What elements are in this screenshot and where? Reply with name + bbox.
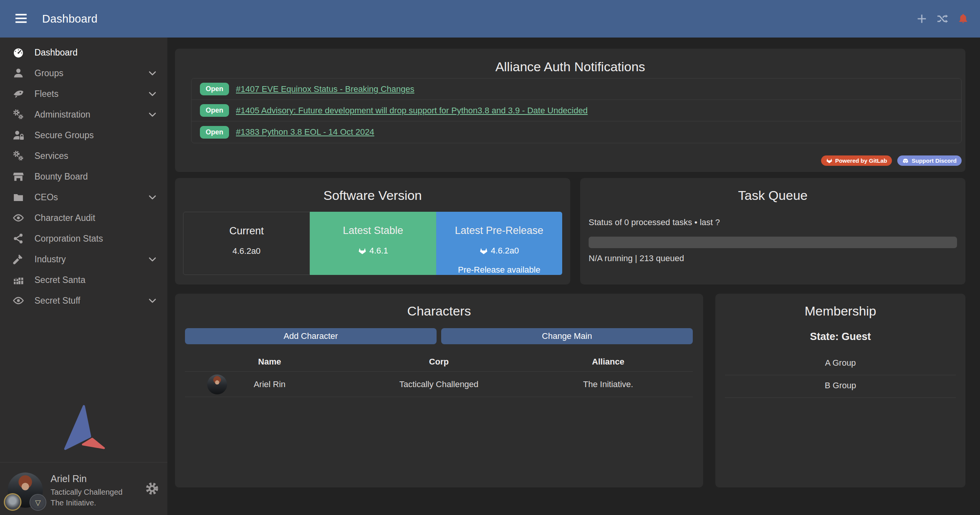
chevron-down-icon <box>147 89 157 99</box>
shuffle-icon[interactable] <box>936 13 949 25</box>
alliance-logo-badge: ▽ <box>29 494 46 511</box>
chevron-down-icon <box>147 254 157 264</box>
page-title: Dashboard <box>42 13 98 25</box>
user-alliance: The Initiative. <box>51 497 123 508</box>
prerelease-note: Pre-Release available <box>436 265 562 275</box>
folder-icon <box>11 191 25 203</box>
alliance-auth-logo <box>0 403 167 452</box>
sidebar-item-label: Administration <box>34 110 90 120</box>
gitlab-icon <box>358 247 366 255</box>
add-character-button[interactable]: Add Character <box>185 328 437 344</box>
notifications-bell-icon[interactable] <box>957 13 969 25</box>
notification-link[interactable]: #1383 Python 3.8 EOL - 14 Oct 2024 <box>236 127 374 137</box>
characters-table: Name Corp Alliance Ariel Rin Tactically … <box>185 352 693 397</box>
current-version-box: Current 4.6.2a0 <box>183 212 310 275</box>
notifications-title: Alliance Auth Notifications <box>175 59 965 74</box>
character-portrait <box>207 374 227 394</box>
characters-title: Characters <box>175 304 703 319</box>
latest-prerelease-label: Latest Pre-Release <box>436 225 562 237</box>
column-header-name: Name <box>185 357 354 367</box>
discord-badge-label: Support Discord <box>911 157 957 164</box>
table-row: Ariel Rin Tactically Challenged The Init… <box>185 372 693 397</box>
task-status-line: Status of 0 processed tasks • last ? <box>589 217 957 227</box>
gauge-icon <box>11 47 25 58</box>
gitlab-icon <box>479 247 488 255</box>
group-item: A Group <box>725 353 956 375</box>
user-icon <box>11 67 25 79</box>
characters-table-header: Name Corp Alliance <box>185 352 693 372</box>
sidebar-item-secure-groups[interactable]: Secure Groups <box>0 125 167 146</box>
add-icon[interactable] <box>916 13 928 25</box>
notification-link[interactable]: #1405 Advisory: Future development will … <box>236 106 587 116</box>
gears-icon <box>11 150 25 162</box>
discord-badge[interactable]: Support Discord <box>897 155 962 166</box>
sidebar-item-groups[interactable]: Groups <box>0 63 167 83</box>
task-queue-title: Task Queue <box>589 188 957 203</box>
status-badge: Open <box>200 126 229 139</box>
character-alliance: The Initiative. <box>524 379 693 389</box>
membership-state: State: Guest <box>725 331 956 343</box>
status-badge: Open <box>200 104 229 117</box>
sidebar-item-dashboard[interactable]: Dashboard <box>0 42 167 63</box>
latest-prerelease-box: Latest Pre-Release 4.6.2a0 Pre-Release a… <box>436 212 562 275</box>
sidebar-item-ceos[interactable]: CEOs <box>0 187 167 208</box>
discord-icon <box>902 157 909 164</box>
hamburger-icon <box>14 12 28 25</box>
task-progress-bar <box>589 237 957 248</box>
sidebar-item-character-audit[interactable]: Character Audit <box>0 208 167 228</box>
current-version-number: 4.6.2a0 <box>232 246 260 256</box>
sidebar-item-label: Bounty Board <box>34 172 88 182</box>
chevron-down-icon <box>147 192 157 202</box>
sidebar-item-label: Groups <box>34 68 63 78</box>
sidebar-item-secret-santa[interactable]: Secret Santa <box>0 270 167 290</box>
membership-panel: Membership State: Guest A Group B Group <box>715 294 965 487</box>
notifications-list: Open #1407 EVE Equinox Status - Breaking… <box>191 78 962 143</box>
menu-toggle-button[interactable] <box>14 12 28 26</box>
sidebar-item-label: Secure Groups <box>34 130 94 141</box>
sidebar-item-label: Secret Stuff <box>34 296 80 306</box>
latest-prerelease-version: 4.6.2a0 <box>491 246 519 256</box>
sidebar-item-corporation-stats[interactable]: Corporation Stats <box>0 228 167 249</box>
sidebar-item-services[interactable]: Services <box>0 146 167 166</box>
corp-logo-badge <box>4 493 21 511</box>
sidebar-item-label: Character Audit <box>34 213 95 223</box>
current-version-label: Current <box>183 225 309 237</box>
character-corp: Tactically Challenged <box>354 379 524 389</box>
top-navbar: Dashboard <box>0 0 980 38</box>
user-lock-icon <box>11 129 25 141</box>
group-item: B Group <box>725 375 956 398</box>
task-queue-line: N/A running | 213 queued <box>589 253 957 263</box>
column-header-corp: Corp <box>354 357 524 367</box>
characters-panel: Characters Add Character Change Main Nam… <box>175 294 703 487</box>
store-icon <box>11 171 25 182</box>
gitlab-badge-label: Powered by GitLab <box>835 157 887 164</box>
gitlab-badge[interactable]: Powered by GitLab <box>821 155 892 166</box>
sidebar-item-fleets[interactable]: Fleets <box>0 83 167 104</box>
gears-icon <box>11 109 25 120</box>
sidebar-item-label: Secret Santa <box>34 275 85 285</box>
task-queue-panel: Task Queue Status of 0 processed tasks •… <box>580 178 965 284</box>
eye-icon <box>11 295 25 306</box>
sidebar-item-label: CEOs <box>34 192 58 203</box>
membership-groups-list: A Group B Group <box>725 353 956 398</box>
chevron-down-icon <box>147 296 157 306</box>
notification-row: Open #1405 Advisory: Future development … <box>191 100 961 121</box>
sidebar-item-label: Corporation Stats <box>34 234 103 244</box>
sidebar-item-industry[interactable]: Industry <box>0 249 167 270</box>
column-header-alliance: Alliance <box>524 357 693 367</box>
software-version-panel: Software Version Current 4.6.2a0 Latest … <box>175 178 570 284</box>
settings-gear-icon[interactable] <box>145 482 159 495</box>
sidebar: Dashboard Groups Fleets Administration S… <box>0 38 167 515</box>
share-icon <box>11 233 25 244</box>
gifts-icon <box>11 274 25 286</box>
sidebar-item-secret-stuff[interactable]: Secret Stuff <box>0 290 167 311</box>
sidebar-item-administration[interactable]: Administration <box>0 104 167 125</box>
latest-stable-label: Latest Stable <box>310 225 436 237</box>
sidebar-item-bounty-board[interactable]: Bounty Board <box>0 166 167 187</box>
gitlab-icon <box>826 157 833 164</box>
notification-link[interactable]: #1407 EVE Equinox Status - Breaking Chan… <box>236 84 414 94</box>
eye-icon <box>11 212 25 224</box>
chevron-down-icon <box>147 110 157 119</box>
shuttle-icon <box>11 88 25 100</box>
change-main-button[interactable]: Change Main <box>441 328 693 344</box>
